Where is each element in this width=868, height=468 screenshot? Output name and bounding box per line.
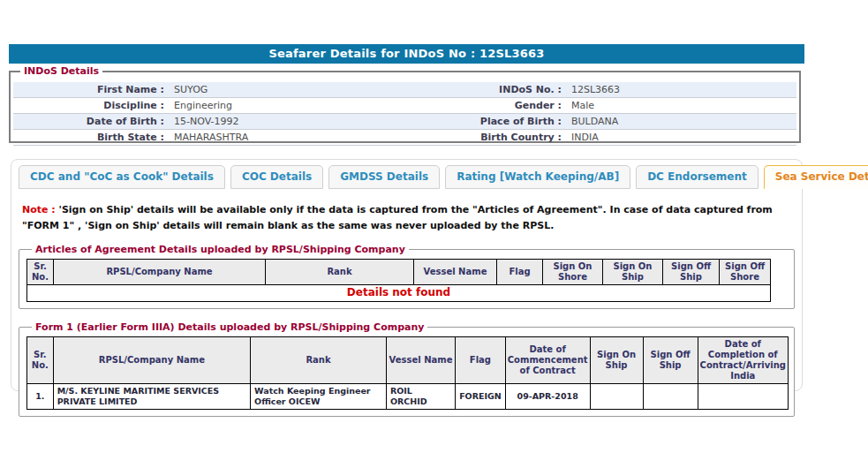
- place-of-birth-label: Place of Birth :: [407, 115, 568, 129]
- form1-legend: Form 1 (Earlier Form IIIA) Details uploa…: [32, 321, 427, 333]
- sign-on-ship-cell: [590, 383, 643, 410]
- tab-bar: CDC and "CoC as Cook" Details COC Detail…: [11, 160, 802, 189]
- details-not-found-message: Details not found: [27, 285, 771, 302]
- rpsl-company-name-cell: M/S. KEYLINE MARITIME SERVICES PRIVATE L…: [53, 383, 250, 410]
- col-sign-on-shore: Sign On Shore: [543, 260, 603, 285]
- indos-row: First Name : SUYOG INDoS No. : 12SL3663: [13, 82, 796, 98]
- birth-state-value: MAHARASHTRA: [170, 131, 407, 145]
- indos-details-legend: INDoS Details: [20, 65, 102, 77]
- tab-content-panel: CDC and "CoC as Cook" Details COC Detail…: [11, 159, 803, 391]
- tab-rating-watch-keeping-ab[interactable]: Rating [Watch Keeping/AB]: [445, 165, 630, 189]
- tab-coc-details[interactable]: COC Details: [230, 165, 323, 189]
- col-sign-off-ship: Sign Off Ship: [643, 336, 698, 383]
- col-sr-no: Sr. No.: [27, 336, 54, 383]
- col-rank: Rank: [251, 336, 387, 383]
- form1-section: Form 1 (Earlier Form IIIA) Details uploa…: [19, 321, 795, 418]
- table-header-row: Sr. No. RPSL/Company Name Rank Vessel Na…: [27, 260, 771, 285]
- date-of-birth-label: Date of Birth :: [13, 115, 170, 129]
- gender-value: Male: [568, 99, 796, 113]
- col-vessel-name: Vessel Name: [414, 260, 497, 285]
- empty-message-row: Details not found: [27, 285, 771, 302]
- birth-country-label: Birth Country :: [407, 131, 568, 145]
- page-title: Seafarer Details for INDoS No : 12SL3663: [9, 44, 804, 64]
- col-flag: Flag: [456, 336, 506, 383]
- col-vessel-name: Vessel Name: [386, 336, 455, 383]
- col-sr-no: Sr. No.: [27, 260, 54, 285]
- col-rpsl-company-name: RPSL/Company Name: [54, 260, 266, 285]
- col-date-of-commencement: Date of Commencement of Contract: [505, 336, 590, 383]
- table-row: 1. M/S. KEYLINE MARITIME SERVICES PRIVAT…: [27, 383, 789, 410]
- tab-sea-service-details[interactable]: Sea Service Details: [764, 165, 868, 189]
- seafarer-details-page: Seafarer Details for INDoS No : 12SL3663…: [0, 0, 868, 468]
- sr-no-cell: 1.: [27, 383, 54, 410]
- indos-row: Date of Birth : 15-NOV-1992 Place of Bir…: [13, 114, 796, 130]
- note-text: 'Sign on Ship' details will be available…: [22, 204, 773, 231]
- vessel-name-cell: ROIL ORCHID: [386, 383, 455, 410]
- form1-table: Sr. No. RPSL/Company Name Rank Vessel Na…: [26, 336, 789, 411]
- col-sign-off-shore: Sign Off Shore: [720, 260, 771, 285]
- note-label: Note :: [22, 204, 56, 215]
- col-sign-on-ship: Sign On Ship: [590, 336, 643, 383]
- birth-state-label: Birth State :: [13, 131, 170, 145]
- flag-cell: FOREIGN: [456, 383, 506, 410]
- col-date-of-completion: Date of Completion of Contract/Arriving …: [698, 336, 788, 383]
- first-name-value: SUYOG: [170, 83, 407, 97]
- date-of-commencement-cell: 09-APR-2018: [505, 383, 590, 410]
- discipline-value: Engineering: [170, 99, 407, 113]
- col-rank: Rank: [266, 260, 414, 285]
- articles-of-agreement-legend: Articles of Agreement Details uploaded b…: [32, 244, 409, 255]
- col-rpsl-company-name: RPSL/Company Name: [53, 336, 250, 383]
- tab-dc-endorsement[interactable]: DC Endorsement: [636, 165, 759, 189]
- col-sign-on-ship: Sign On Ship: [603, 260, 663, 285]
- indos-no-value: 12SL3663: [568, 83, 796, 97]
- date-of-birth-value: 15-NOV-1992: [170, 115, 407, 129]
- sign-on-ship-note: Note : 'Sign on Ship' details will be av…: [22, 202, 791, 233]
- birth-country-value: INDIA: [568, 131, 796, 145]
- date-of-completion-cell: [698, 383, 788, 410]
- table-header-row: Sr. No. RPSL/Company Name Rank Vessel Na…: [27, 336, 789, 383]
- articles-of-agreement-section: Articles of Agreement Details uploaded b…: [19, 244, 795, 309]
- sign-off-ship-cell: [643, 383, 698, 410]
- col-sign-off-ship: Sign Off Ship: [663, 260, 720, 285]
- indos-row: Discipline : Engineering Gender : Male: [13, 98, 796, 114]
- tab-gmdss-details[interactable]: GMDSS Details: [328, 165, 440, 189]
- indos-no-label: INDoS No. :: [407, 83, 568, 97]
- col-flag: Flag: [497, 260, 543, 285]
- place-of-birth-value: BULDANA: [568, 115, 796, 129]
- indos-row: Birth State : MAHARASHTRA Birth Country …: [13, 130, 796, 146]
- tab-cdc-coc-as-cook-details[interactable]: CDC and "CoC as Cook" Details: [19, 165, 225, 189]
- first-name-label: First Name :: [13, 83, 170, 97]
- rank-cell: Watch Keeping Engineer Officer OICEW: [251, 383, 387, 410]
- articles-of-agreement-table: Sr. No. RPSL/Company Name Rank Vessel Na…: [26, 259, 771, 302]
- gender-label: Gender :: [407, 99, 568, 113]
- indos-details-panel: INDoS Details First Name : SUYOG INDoS N…: [9, 65, 801, 143]
- discipline-label: Discipline :: [13, 99, 170, 113]
